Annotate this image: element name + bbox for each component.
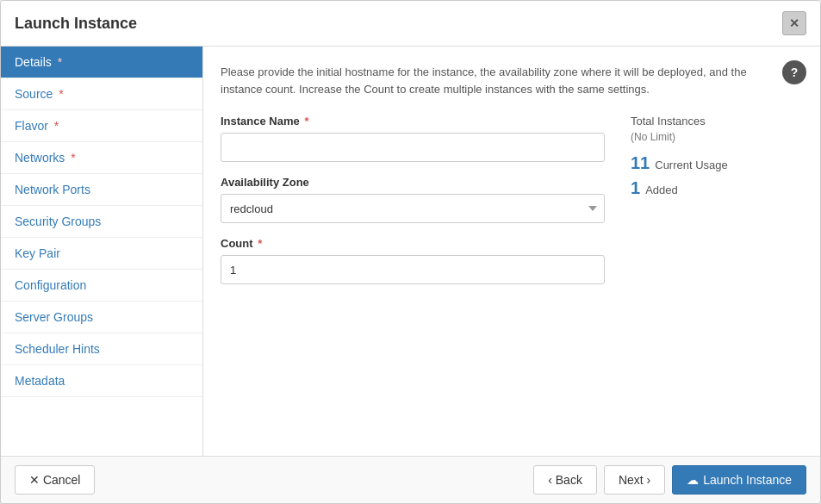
modal-close-button[interactable]: ✕ (782, 11, 806, 35)
footer-right: ‹ Back Next › ☁ Launch Instance (533, 465, 806, 495)
sidebar-item-configuration[interactable]: Configuration (1, 270, 202, 302)
availability-zone-select[interactable]: redcloud (221, 194, 605, 223)
back-button[interactable]: ‹ Back (533, 465, 597, 495)
sidebar-item-scheduler-hints[interactable]: Scheduler Hints (1, 333, 202, 365)
cancel-button[interactable]: ✕ Cancel (15, 465, 95, 495)
instance-name-label: Instance Name * (221, 115, 605, 128)
modal-body: Details *Source *Flavor *Networks *Netwo… (1, 47, 820, 456)
added-number: 1 (631, 178, 640, 198)
stats-panel: Total Instances (No Limit) 11 Current Us… (631, 115, 803, 298)
stats-subtitle: (No Limit) (631, 131, 803, 143)
description-text: Please provide the initial hostname for … (221, 64, 803, 97)
added-row: 1 Added (631, 178, 803, 198)
launch-instance-modal: Launch Instance ✕ Details *Source *Flavo… (0, 0, 821, 504)
sidebar-item-key-pair[interactable]: Key Pair (1, 238, 202, 270)
modal-header: Launch Instance ✕ (1, 1, 820, 47)
current-usage-label: Current Usage (655, 159, 728, 171)
form-fields: Instance Name * Availability Zone redclo… (221, 115, 605, 298)
sidebar-item-source[interactable]: Source * (1, 78, 202, 110)
availability-zone-group: Availability Zone redcloud (221, 176, 605, 223)
sidebar: Details *Source *Flavor *Networks *Netwo… (1, 47, 203, 456)
launch-label: Launch Instance (703, 473, 792, 487)
modal-footer: ✕ Cancel ‹ Back Next › ☁ Launch Instance (1, 456, 820, 503)
footer-left: ✕ Cancel (15, 465, 95, 495)
instance-name-group: Instance Name * (221, 115, 605, 162)
sidebar-item-server-groups[interactable]: Server Groups (1, 302, 202, 333)
current-usage-row: 11 Current Usage (631, 153, 803, 173)
count-group: Count * (221, 237, 605, 284)
current-usage-number: 11 (631, 153, 650, 173)
modal-title: Launch Instance (15, 15, 137, 33)
form-section: Instance Name * Availability Zone redclo… (221, 115, 803, 298)
next-button[interactable]: Next › (604, 465, 665, 495)
sidebar-item-network-ports[interactable]: Network Ports (1, 174, 202, 206)
launch-icon: ☁ (687, 473, 699, 487)
sidebar-item-metadata[interactable]: Metadata (1, 365, 202, 397)
instance-name-input[interactable] (221, 133, 605, 162)
sidebar-item-networks[interactable]: Networks * (1, 142, 202, 174)
sidebar-item-flavor[interactable]: Flavor * (1, 110, 202, 142)
sidebar-item-security-groups[interactable]: Security Groups (1, 206, 202, 238)
count-required-star: * (255, 237, 263, 250)
help-icon-button[interactable]: ? (782, 60, 806, 84)
sidebar-item-details[interactable]: Details * (1, 47, 202, 78)
added-label: Added (645, 184, 678, 196)
availability-zone-label: Availability Zone (221, 176, 605, 189)
stats-title: Total Instances (631, 115, 803, 128)
launch-instance-button[interactable]: ☁ Launch Instance (672, 465, 806, 495)
count-input[interactable] (221, 255, 605, 284)
count-label: Count * (221, 237, 605, 250)
instance-name-required-star: * (302, 115, 309, 128)
content-area: ? Please provide the initial hostname fo… (203, 47, 820, 456)
